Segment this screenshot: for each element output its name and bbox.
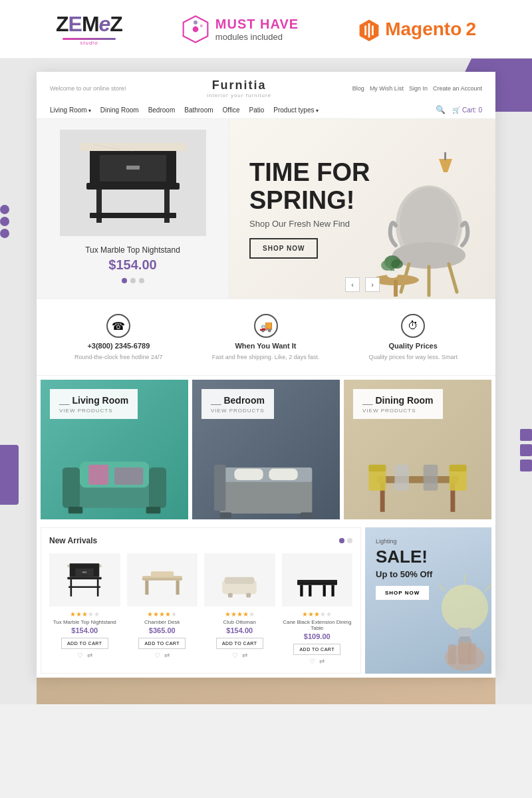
product-thumb-4: ★★★★★ Cane Black Extension Dining Table … <box>282 553 353 665</box>
svg-point-2 <box>194 20 198 24</box>
svg-rect-56 <box>82 571 87 573</box>
blog-link[interactable]: Blog <box>352 85 364 92</box>
cart-button[interactable]: 🛒 Cart: 0 <box>452 106 482 114</box>
sale-shop-now-button[interactable]: SHOP NOW <box>376 586 429 600</box>
svg-rect-38 <box>220 467 313 482</box>
svg-point-80 <box>442 585 488 631</box>
nav-office[interactable]: Office <box>223 106 240 114</box>
product-2-add-to-cart[interactable]: ADD TO CART <box>138 638 186 649</box>
category-dining-room[interactable]: __ Dining Room VIEW PRODUCTS <box>344 380 491 519</box>
bulb-svg <box>425 565 491 671</box>
arrivals-dot-2[interactable] <box>347 538 352 543</box>
category-living-room[interactable]: __ Living Room VIEW PRODUCTS <box>41 380 188 519</box>
dining-table-svg <box>344 433 491 519</box>
new-arrivals-products: New Arrivals <box>41 527 361 674</box>
carousel-dot-2[interactable] <box>130 278 136 283</box>
svg-line-85 <box>485 585 491 591</box>
search-icon[interactable]: 🔍 <box>436 105 446 114</box>
svg-rect-43 <box>301 513 312 519</box>
carousel-dot-active[interactable] <box>122 278 127 283</box>
feature-quality-title: Quality Prices <box>388 342 437 350</box>
product-4-add-to-cart[interactable]: ADD TO CART <box>293 644 340 655</box>
category-dining-room-overlay: __ Dining Room VIEW PRODUCTS <box>353 389 443 419</box>
svg-rect-73 <box>309 585 311 597</box>
purple-rect-1 <box>520 429 532 441</box>
nav-patio[interactable]: Patio <box>249 106 265 114</box>
svg-rect-41 <box>269 469 297 480</box>
nav-bathroom[interactable]: Bathroom <box>184 106 213 114</box>
category-dining-room-name: Dining Room <box>375 395 433 406</box>
carousel-dot-3[interactable] <box>139 278 144 283</box>
svg-rect-37 <box>220 479 313 513</box>
magento-icon <box>357 17 381 41</box>
signin-link[interactable]: Sign In <box>409 85 428 92</box>
clock-icon: ⏱ <box>401 314 425 338</box>
product-3-svg <box>216 560 263 600</box>
svg-rect-60 <box>68 586 100 588</box>
nav-dining-room[interactable]: Dining Room <box>100 106 139 114</box>
svg-line-83 <box>438 585 445 591</box>
nav-living-room[interactable]: Living Room <box>50 106 91 114</box>
feature-phone: ☎ +3(800) 2345-6789 Round-the-clock free… <box>74 314 163 360</box>
hero-shop-now-button[interactable]: SHOP NOW <box>249 238 318 259</box>
compare-icon-1[interactable]: ⇄ <box>87 652 92 659</box>
hexagon-icon <box>181 15 210 44</box>
product-1-actions: ♡ ⇄ <box>49 652 120 659</box>
product-1-name: Tux Marble Top Nightstand <box>49 619 120 625</box>
product-thumb-img-4 <box>282 553 353 606</box>
product-3-add-to-cart[interactable]: ADD TO CART <box>216 638 263 649</box>
hero-wrapper: Welcome to our online store! Furnitia in… <box>0 59 532 704</box>
purple-rect-2 <box>520 444 532 456</box>
svg-rect-48 <box>368 465 386 471</box>
category-bedroom-view[interactable]: VIEW PRODUCTS <box>211 408 265 414</box>
hero-banner: TIME FOR SPRING! Shop Our Fresh New Find… <box>229 119 495 299</box>
nav-links: Living Room Dining Room Bedroom Bathroom… <box>50 106 319 114</box>
svg-rect-50 <box>424 465 438 491</box>
hero-next-arrow[interactable]: › <box>365 277 380 292</box>
feature-shipping-title: When You Want It <box>235 342 296 350</box>
svg-rect-74 <box>323 585 325 597</box>
magento-brand-text: Magento 2 <box>385 19 476 40</box>
product-4-svg <box>294 560 340 600</box>
hero-product-name: Tux Marble Top Nightstand <box>85 245 180 255</box>
feature-phone-title: +3(800) 2345-6789 <box>87 342 150 350</box>
wishlist-icon-3[interactable]: ♡ <box>232 652 238 659</box>
product-1-add-to-cart[interactable]: ADD TO CART <box>61 638 108 649</box>
wishlist-link[interactable]: My Wish List <box>370 85 404 92</box>
phone-icon: ☎ <box>106 314 130 338</box>
wishlist-icon-1[interactable]: ♡ <box>77 652 83 659</box>
product-2-actions: ♡ ⇄ <box>127 652 198 659</box>
svg-point-1 <box>192 26 198 32</box>
category-dining-room-view[interactable]: VIEW PRODUCTS <box>362 408 434 414</box>
compare-icon-3[interactable]: ⇄ <box>242 652 247 659</box>
nav-bedroom[interactable]: Bedroom <box>148 106 176 114</box>
must-have-badge: MUST HAVE modules included <box>181 15 299 44</box>
nav-product-types[interactable]: Product types <box>273 106 318 114</box>
store-brand: Furnitia interior your furniture <box>207 78 271 98</box>
hero-prev-arrow[interactable]: ‹ <box>345 277 360 292</box>
hero-section: Tux Marble Top Nightstand $154.00 TIME F… <box>37 119 495 299</box>
compare-icon-2[interactable]: ⇄ <box>164 652 170 659</box>
bottom-decorative-bar <box>37 678 495 704</box>
svg-rect-62 <box>145 581 148 595</box>
svg-rect-67 <box>225 577 255 584</box>
arrivals-dot-active[interactable] <box>339 538 344 543</box>
category-bedroom[interactable]: __ Bedroom VIEW PRODUCTS <box>192 380 340 519</box>
feature-shipping: 🚚 When You Want It Fast and free shippin… <box>212 314 320 360</box>
zemes-logo: ZEMeZ studio <box>56 12 122 46</box>
category-living-room-view[interactable]: VIEW PRODUCTS <box>59 408 128 414</box>
truck-icon: 🚚 <box>254 314 278 338</box>
svg-rect-36 <box>146 507 161 513</box>
svg-rect-42 <box>220 513 231 519</box>
product-1-stars: ★★★★★ <box>49 610 120 618</box>
new-arrivals-carousel-dots <box>339 538 352 543</box>
purple-left-dots <box>0 205 9 238</box>
product-image <box>60 130 206 236</box>
wishlist-icon-4[interactable]: ♡ <box>309 658 315 665</box>
product-3-actions: ♡ ⇄ <box>204 652 275 659</box>
product-thumb-img-2 <box>127 553 198 606</box>
compare-icon-4[interactable]: ⇄ <box>319 658 325 665</box>
wishlist-icon-2[interactable]: ♡ <box>154 652 160 659</box>
svg-rect-78 <box>448 644 456 664</box>
create-account-link[interactable]: Create an Account <box>433 85 482 92</box>
